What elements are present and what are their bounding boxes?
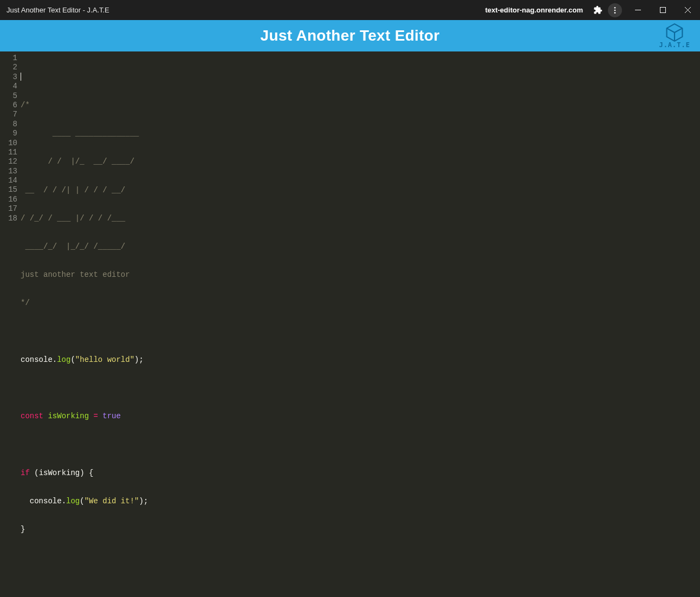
address-url: text-editor-nag.onrender.com bbox=[485, 6, 583, 14]
svg-point-0 bbox=[614, 7, 616, 9]
line-gutter: 1234 5678 9101112 13141516 1718 bbox=[0, 54, 20, 597]
maximize-button[interactable] bbox=[650, 0, 675, 20]
code-content[interactable]: /* ____ ______________ / / |/_ __/ ____/… bbox=[20, 54, 700, 597]
svg-rect-4 bbox=[660, 8, 665, 13]
extensions-icon[interactable] bbox=[591, 3, 605, 17]
jate-logo-text: J.A.T.E bbox=[659, 41, 690, 49]
close-button[interactable] bbox=[675, 0, 700, 20]
titlebar: Just Another Text Editor - J.A.T.E text-… bbox=[0, 0, 700, 20]
app-title: Just Another Text Editor bbox=[261, 27, 440, 44]
text-cursor bbox=[21, 73, 21, 81]
jate-logo: J.A.T.E bbox=[659, 23, 690, 49]
code-editor[interactable]: 1234 5678 9101112 13141516 1718 /* ____ … bbox=[0, 51, 700, 597]
window-title: Just Another Text Editor - J.A.T.E bbox=[7, 6, 109, 14]
svg-point-2 bbox=[614, 12, 616, 14]
app-header: Just Another Text Editor J.A.T.E bbox=[0, 20, 700, 51]
svg-point-1 bbox=[614, 9, 616, 11]
more-menu-button[interactable] bbox=[608, 3, 622, 17]
minimize-button[interactable] bbox=[625, 0, 650, 20]
app-window: Just Another Text Editor - J.A.T.E text-… bbox=[0, 0, 700, 597]
jate-logo-icon bbox=[665, 23, 684, 42]
